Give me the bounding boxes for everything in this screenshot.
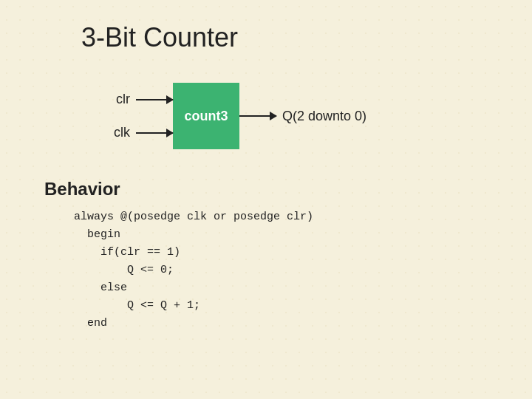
block-label: count3 bbox=[184, 109, 228, 124]
code-line-3: Q <= 0; bbox=[74, 262, 488, 279]
behavior-section: Behavior always @(posedge clk or posedge… bbox=[44, 179, 488, 332]
behavior-title: Behavior bbox=[44, 179, 488, 200]
code-line-0: always @(posedge clk or posedge clr) bbox=[74, 208, 488, 226]
output-section: Q(2 downto 0) bbox=[239, 109, 366, 124]
input-row-clr: clr bbox=[103, 92, 173, 107]
clk-label: clk bbox=[103, 125, 130, 140]
code-line-2: if(clr == 1) bbox=[74, 244, 488, 262]
diagram: clr clk count3 Q(2 downto 0) bbox=[103, 75, 488, 157]
clr-label: clr bbox=[103, 92, 130, 107]
output-arrow bbox=[239, 115, 276, 117]
code-line-5: Q <= Q + 1; bbox=[74, 297, 488, 315]
page: 3-Bit Counter clr clk count3 bbox=[0, 0, 532, 399]
counter-block: count3 bbox=[173, 83, 239, 149]
output-label: Q(2 downto 0) bbox=[282, 109, 366, 124]
input-row-clk: clk bbox=[103, 125, 173, 140]
inputs-side: clr clk bbox=[103, 83, 173, 149]
clk-arrow bbox=[136, 132, 173, 134]
code-line-6: end bbox=[74, 315, 488, 332]
code-block: always @(posedge clk or posedge clr) beg… bbox=[74, 208, 488, 332]
page-title: 3-Bit Counter bbox=[81, 22, 488, 53]
diagram-inner: clr clk count3 Q(2 downto 0) bbox=[103, 83, 366, 149]
code-line-4: else bbox=[74, 279, 488, 297]
code-line-1: begin bbox=[74, 226, 488, 244]
clr-arrow bbox=[136, 99, 173, 100]
